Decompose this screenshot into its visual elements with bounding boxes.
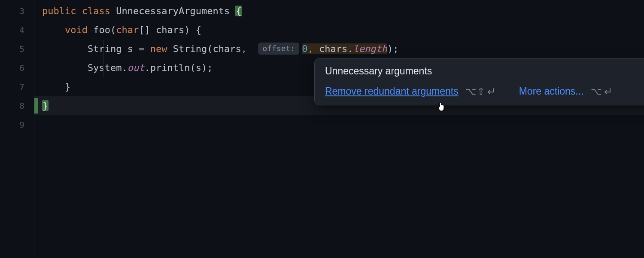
field-out: out [128, 62, 145, 73]
more-actions-link[interactable]: More actions... [519, 86, 584, 97]
code-line[interactable] [34, 115, 644, 134]
keyword-new: new [150, 43, 167, 54]
gutter-line-number: 3 [0, 2, 34, 21]
intention-popup: Unnecessary arguments Remove redundant a… [314, 58, 644, 105]
shortcut-hint: ⌥ [591, 86, 612, 97]
indent-guide [103, 40, 103, 58]
enter-key-icon [486, 88, 495, 95]
code-line[interactable]: void foo(char[] chars) { [34, 21, 644, 40]
option-key-icon: ⌥ [591, 86, 601, 97]
keyword-char: char [116, 25, 139, 35]
var-s: s [128, 43, 133, 54]
code-line[interactable]: String s = new String(chars, offset:0, c… [34, 40, 644, 58]
option-key-icon: ⌥ [465, 86, 476, 97]
type-string: String [88, 43, 122, 54]
indent-guide [103, 58, 103, 77]
inspection-warning-range: 0, chars.length [302, 43, 387, 54]
keyword-void: void [65, 25, 88, 35]
vcs-change-marker [34, 98, 38, 114]
literal-zero: 0 [302, 43, 307, 54]
gutter-line-number: 6 [0, 58, 34, 77]
field-length: length [353, 43, 387, 54]
inlay-hint-offset: offset: [258, 43, 299, 55]
gutter: 3 4 5 6 7 8 9 [0, 0, 34, 258]
brace-open-highlight: { [235, 6, 242, 16]
gutter-line-number: 9 [0, 115, 34, 134]
gutter-line-number: 8 [0, 96, 34, 115]
keyword-public: public [42, 6, 76, 16]
inspection-title: Unnecessary arguments [325, 65, 432, 77]
method-name: foo [93, 25, 110, 35]
gutter-line-number: 7 [0, 77, 34, 96]
param-chars: chars [156, 25, 184, 35]
keyword-class: class [82, 6, 110, 16]
class-name: UnnecessaryArguments [116, 6, 230, 16]
shortcut-hint: ⌥⇧ [465, 86, 495, 97]
brace-close-highlight: } [42, 100, 49, 111]
gutter-line-number: 5 [0, 40, 34, 58]
code-area[interactable]: public class UnnecessaryArguments { void… [34, 0, 644, 258]
enter-key-icon [602, 88, 612, 95]
gutter-line-number: 4 [0, 21, 34, 40]
quick-fix-remove-redundant-arguments[interactable]: Remove redundant arguments [325, 86, 459, 97]
code-editor[interactable]: 3 4 5 6 7 8 9 public class UnnecessaryAr… [0, 0, 644, 258]
shift-key-icon: ⇧ [477, 86, 485, 97]
code-line[interactable]: public class UnnecessaryArguments { [34, 2, 644, 21]
